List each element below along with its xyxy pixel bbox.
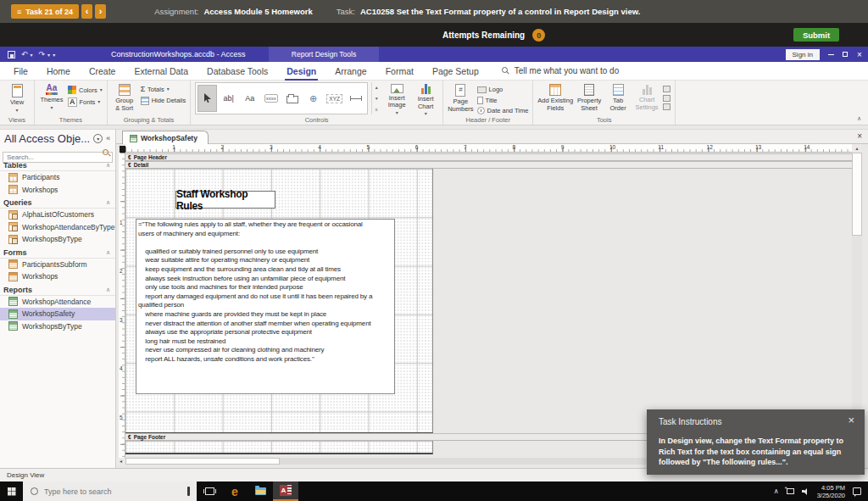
vertical-scroll-thumb[interactable]: [852, 153, 862, 236]
navpane-item-workshopsafety[interactable]: WorkshopSafety: [0, 308, 115, 320]
group-sort-button[interactable]: Group & Sort: [112, 82, 137, 116]
navpane-item-alphalistofcustomers[interactable]: AlphaListOfCustomers: [0, 209, 115, 221]
horizontal-scroll-thumb[interactable]: [125, 458, 280, 465]
scroll-left-icon[interactable]: ◄: [116, 458, 125, 465]
tab-control[interactable]: [282, 85, 302, 112]
minimize-button[interactable]: [826, 50, 836, 58]
insert-chart-button[interactable]: Insert Chart ▾: [413, 82, 438, 116]
gallery-up-icon[interactable]: ▲: [375, 85, 379, 90]
redo-icon[interactable]: ↷: [39, 50, 46, 58]
hyperlink-control[interactable]: ⊕: [303, 85, 323, 112]
navpane-item-workshops-table[interactable]: Workshops: [0, 184, 115, 197]
size-fit-icon[interactable]: [663, 103, 670, 110]
taskbar-clock[interactable]: 4:05 PM 3/25/2020: [817, 484, 845, 499]
tab-format[interactable]: Format: [376, 62, 423, 81]
collapse-ribbon-icon[interactable]: ∧: [857, 115, 861, 122]
gallery-down-icon[interactable]: ▼: [375, 96, 379, 101]
colors-button[interactable]: Colors ▾: [68, 86, 103, 94]
submit-button[interactable]: Submit: [793, 28, 839, 42]
tab-home[interactable]: Home: [37, 62, 80, 81]
navpane-search-input[interactable]: [3, 152, 113, 163]
navpane-section-reports[interactable]: Reports ∧: [0, 285, 115, 296]
fonts-button[interactable]: A Fonts ▾: [68, 97, 103, 107]
rules-textbox[interactable]: ="The following rules apply to all staff…: [136, 219, 395, 394]
textbox-control[interactable]: ab|: [219, 85, 238, 112]
navpane-section-queries[interactable]: Queries ∧: [0, 198, 115, 209]
tab-database-tools[interactable]: Database Tools: [198, 62, 277, 81]
navpane-item-participantssubform[interactable]: ParticipantsSubform: [0, 259, 115, 271]
tell-me-box[interactable]: Tell me what you want to do: [502, 66, 619, 75]
bring-front-icon[interactable]: [663, 86, 670, 92]
close-document-icon[interactable]: ×: [857, 131, 862, 141]
report-title-label[interactable]: Staff Workshop Rules: [175, 191, 275, 209]
line-control[interactable]: [346, 85, 365, 112]
detail-grid[interactable]: Staff Workshop Rules ="The following rul…: [125, 169, 433, 433]
navpane-item-workshopsbytype-query[interactable]: WorkshopsByType: [0, 233, 115, 246]
hide-details-button[interactable]: Hide Details: [141, 97, 186, 105]
navpane-header[interactable]: All Access Obje... ▾ «: [0, 130, 115, 147]
tab-file[interactable]: File: [4, 62, 37, 81]
taskbar-search[interactable]: [23, 482, 197, 501]
gallery-more-icon[interactable]: ≡: [376, 107, 378, 112]
title-button[interactable]: Title: [477, 97, 529, 104]
task-counter-button[interactable]: ≡ Task 21 of 24: [11, 4, 79, 19]
previous-task-button[interactable]: ‹: [81, 4, 92, 19]
send-back-icon[interactable]: [663, 95, 670, 102]
start-button[interactable]: [0, 482, 23, 501]
tab-design[interactable]: Design: [277, 62, 326, 81]
popup-close-icon[interactable]: ×: [848, 414, 854, 426]
taskbar-search-input[interactable]: [44, 487, 171, 496]
totals-button[interactable]: Σ Totals ▾: [141, 86, 186, 93]
page-header-section-bar[interactable]: € Page Header: [125, 153, 852, 161]
detail-section-bar[interactable]: € Detail: [125, 161, 852, 169]
volume-icon[interactable]: [802, 488, 810, 495]
redo-dropdown-icon[interactable]: ▾: [47, 52, 50, 58]
scroll-up-icon[interactable]: ▲: [852, 144, 862, 153]
hidden-icons-chevron[interactable]: ∧: [774, 487, 779, 495]
file-explorer-button[interactable]: [248, 482, 273, 501]
navpane-item-workshopattendance[interactable]: WorkshopAttendance: [0, 296, 115, 309]
action-center-icon[interactable]: [853, 487, 861, 495]
label-control[interactable]: Aa: [240, 85, 259, 112]
undo-dropdown-icon[interactable]: ▾: [31, 52, 33, 58]
v-ruler[interactable]: 12345: [119, 153, 125, 465]
add-existing-fields-button[interactable]: Add Existing Fields: [537, 82, 573, 116]
save-icon[interactable]: [8, 51, 15, 58]
navpane-section-forms[interactable]: Forms ∧: [0, 248, 115, 259]
close-button[interactable]: ×: [854, 50, 865, 58]
logo-button[interactable]: Logo: [477, 86, 529, 93]
navpane-search-icon[interactable]: [103, 149, 110, 157]
tab-order-button[interactable]: Tab Order: [605, 82, 631, 116]
button-control[interactable]: xxxx: [261, 85, 281, 112]
network-icon[interactable]: [787, 488, 794, 494]
next-task-button[interactable]: ›: [95, 4, 106, 19]
tab-external-data[interactable]: External Data: [125, 62, 198, 81]
property-sheet-button[interactable]: Property Sheet: [576, 82, 602, 116]
task-view-button[interactable]: [197, 482, 222, 501]
edge-button[interactable]: e: [222, 482, 248, 501]
sign-in-button[interactable]: Sign in: [786, 49, 820, 60]
page-break-control[interactable]: XYZ: [325, 85, 344, 112]
navpane-item-workshopsbytype-report[interactable]: WorkshopsByType: [0, 320, 115, 333]
tab-create[interactable]: Create: [80, 62, 125, 81]
tab-arrange[interactable]: Arrange: [326, 62, 376, 81]
access-taskbar-button[interactable]: A: [273, 482, 298, 501]
undo-icon[interactable]: ↶: [21, 50, 28, 58]
navpane-item-participants[interactable]: Participants: [0, 171, 115, 184]
tab-page-setup[interactable]: Page Setup: [423, 62, 488, 81]
page-numbers-button[interactable]: # Page Numbers: [448, 82, 473, 116]
view-button[interactable]: View ▾: [4, 82, 30, 116]
navpane-item-workshopattendancebytype[interactable]: WorkshopAttendanceByType: [0, 221, 115, 234]
insert-image-button[interactable]: Insert Image ▾: [384, 82, 409, 116]
navpane-item-workshops-form[interactable]: Workshops: [0, 270, 115, 283]
ruler-origin-selector[interactable]: [120, 146, 125, 153]
restore-button[interactable]: [840, 50, 850, 58]
date-time-button[interactable]: Date and Time: [477, 107, 529, 114]
page-footer-grid[interactable]: [125, 441, 433, 454]
select-tool[interactable]: [198, 85, 217, 112]
tab-workshopsafety-document[interactable]: WorkshopSafety: [122, 131, 209, 145]
customize-qat-icon[interactable]: ▾: [53, 52, 55, 58]
navpane-collapse-icon[interactable]: «: [106, 134, 110, 142]
themes-button[interactable]: Aa Themes ▾: [39, 82, 64, 116]
navpane-menu-icon[interactable]: ▾: [93, 134, 103, 143]
